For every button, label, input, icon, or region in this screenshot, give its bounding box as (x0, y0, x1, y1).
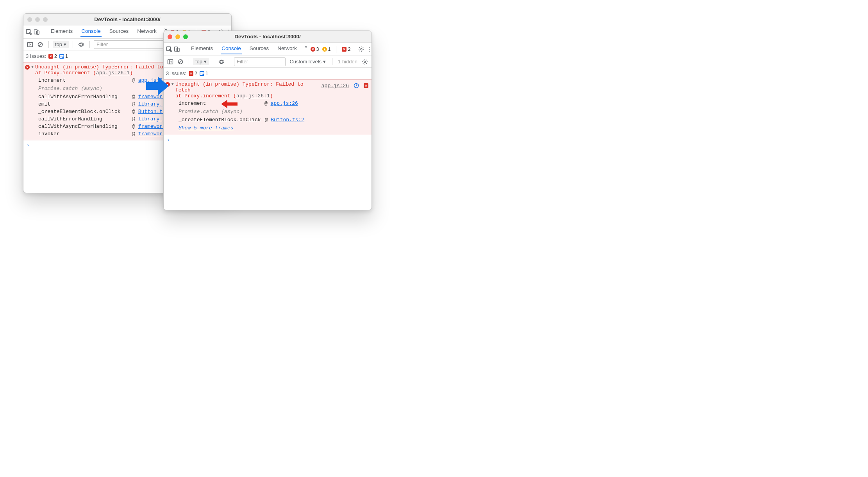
toggle-sidebar-icon[interactable] (26, 40, 34, 49)
separator (48, 41, 49, 48)
source-link[interactable]: app.js:26:1 (96, 70, 130, 76)
panel-tabs: Elements Console Sources Network » (190, 44, 307, 54)
log-levels-selector[interactable]: Custom levels ▾ (287, 58, 328, 65)
transition-arrow-icon (146, 76, 169, 96)
separator (73, 41, 73, 48)
console-output: ▼ Uncaught (in promise) TypeError: Faile… (164, 79, 371, 144)
svg-rect-1 (34, 30, 38, 34)
clear-console-icon[interactable] (176, 57, 185, 66)
warning-count[interactable]: 1 (322, 47, 331, 52)
window-title: DevTools - localhost:3000/ (234, 34, 300, 39)
highlight-arrow-icon (221, 100, 238, 108)
tab-sources[interactable]: Sources (109, 27, 130, 37)
window-zoom-icon[interactable] (43, 17, 48, 22)
main-toolbar: Elements Console Sources Network » 3 1 2 (164, 43, 371, 56)
window-close-icon[interactable] (168, 34, 172, 39)
error-badge[interactable]: 2 (342, 47, 350, 52)
svg-point-17 (369, 48, 370, 49)
svg-point-16 (369, 47, 370, 47)
separator (336, 46, 336, 53)
error-badge-icon[interactable] (364, 83, 368, 88)
tab-elements[interactable]: Elements (50, 27, 73, 37)
svg-rect-10 (60, 55, 63, 57)
svg-rect-24 (200, 74, 202, 75)
svg-rect-11 (60, 57, 62, 57)
devtools-window-after: DevTools - localhost:3000/ Elements Cons… (163, 30, 372, 210)
gear-icon[interactable] (361, 57, 369, 66)
tab-elements[interactable]: Elements (190, 44, 214, 54)
issues-link[interactable]: 3 Issues: 2 1 (166, 70, 208, 76)
issues-link[interactable]: 3 Issues: 2 1 (26, 53, 68, 59)
separator (230, 58, 230, 65)
device-toggle-icon[interactable] (174, 45, 180, 54)
svg-rect-23 (200, 72, 204, 74)
live-expression-icon[interactable] (77, 40, 86, 49)
more-tabs-icon[interactable]: » (305, 44, 307, 54)
svg-point-9 (80, 43, 83, 46)
titlebar: DevTools - localhost:3000/ (164, 31, 371, 43)
kebab-icon[interactable] (366, 45, 372, 54)
clear-console-icon[interactable] (36, 40, 45, 49)
titlebar: DevTools - localhost:3000/ (23, 14, 231, 25)
svg-point-18 (369, 50, 370, 51)
traffic-lights (168, 34, 188, 39)
error-message: Uncaught (in promise) TypeError: Failed … (35, 64, 181, 76)
gear-icon[interactable] (358, 45, 364, 54)
svg-point-15 (361, 48, 362, 50)
tab-sources[interactable]: Sources (249, 44, 270, 54)
filter-input[interactable]: Filter (234, 57, 286, 66)
svg-point-22 (364, 61, 366, 63)
stack-frame: _createElementBlock.onClick@ Button.ts:2 (179, 116, 368, 124)
svg-rect-13 (175, 47, 178, 51)
error-count[interactable]: 3 (311, 47, 319, 52)
separator (189, 58, 189, 65)
source-link[interactable]: app.js:26 (321, 83, 349, 89)
stack-frame: increment@ app.js:26 (179, 100, 368, 107)
separator (213, 58, 213, 65)
tab-console[interactable]: Console (221, 44, 242, 54)
inspect-icon[interactable] (166, 45, 172, 54)
window-minimize-icon[interactable] (35, 17, 40, 22)
stack-trace: increment@ app.js:26 Promise.catch (asyn… (179, 100, 368, 133)
tab-network[interactable]: Network (136, 27, 157, 37)
collapse-toggle-icon[interactable]: ▼ (31, 65, 34, 69)
error-icon (25, 65, 30, 70)
panel-tabs: Elements Console Sources Network » (50, 27, 167, 37)
window-minimize-icon[interactable] (175, 34, 180, 39)
tab-console[interactable]: Console (80, 27, 102, 37)
separator (332, 58, 332, 65)
live-expression-icon[interactable] (217, 57, 226, 66)
console-prompt[interactable]: › (164, 135, 371, 144)
error-entry: ▼ Uncaught (in promise) TypeError: Faile… (164, 79, 371, 135)
status-counts: 3 1 2 (311, 46, 351, 53)
svg-point-21 (220, 60, 223, 63)
console-subbar: top ▾ Filter Custom levels ▾ 1 hidden (164, 56, 371, 68)
restart-frame-icon[interactable] (352, 81, 361, 90)
toggle-sidebar-icon[interactable] (166, 57, 175, 66)
traffic-lights (27, 17, 48, 22)
window-close-icon[interactable] (27, 17, 32, 22)
context-selector[interactable]: top ▾ (193, 58, 209, 65)
separator (89, 41, 90, 48)
tab-network[interactable]: Network (277, 44, 298, 54)
issues-bar: 3 Issues: 2 1 (164, 68, 371, 79)
context-selector[interactable]: top ▾ (53, 41, 69, 48)
source-link[interactable]: app.js:26 (271, 100, 298, 106)
show-more-frames-link[interactable]: Show 5 more frames (179, 124, 233, 133)
window-title: DevTools - localhost:3000/ (94, 16, 160, 22)
hidden-count[interactable]: 1 hidden (336, 59, 359, 65)
device-toggle-icon[interactable] (34, 28, 40, 36)
window-zoom-icon[interactable] (183, 34, 188, 39)
async-boundary: Promise.catch (async) (179, 107, 368, 116)
collapse-toggle-icon[interactable]: ▼ (171, 82, 174, 86)
source-link[interactable]: app.js:26:1 (236, 93, 270, 99)
inspect-icon[interactable] (26, 28, 32, 36)
source-link[interactable]: Button.ts:2 (271, 117, 304, 123)
error-message: Uncaught (in promise) TypeError: Failed … (175, 81, 320, 99)
